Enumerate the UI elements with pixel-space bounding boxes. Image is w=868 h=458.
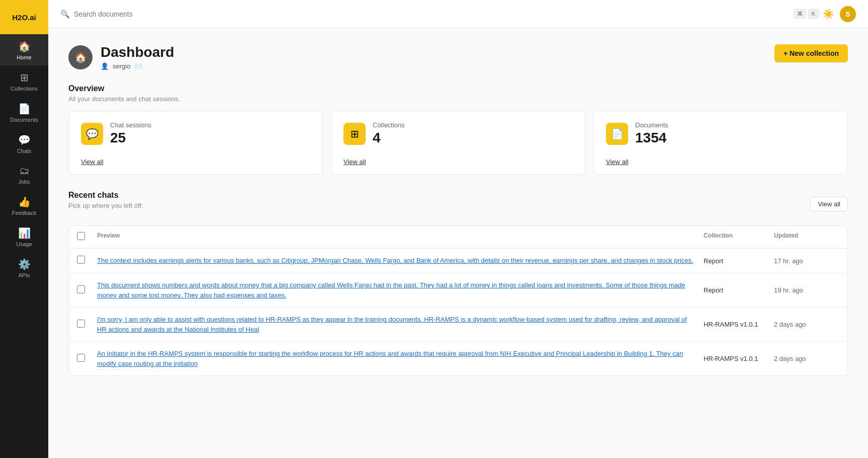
sidebar-item-home[interactable]: 🏠 Home [0, 34, 48, 65]
row-select-checkbox[interactable] [77, 256, 85, 264]
dashboard-header: 🏠 Dashboard 👤 sergio ✉️ + New collection [68, 44, 848, 70]
documents-icon: 📄 [18, 103, 31, 115]
row-checkbox-cell [77, 354, 97, 364]
select-all-checkbox[interactable] [77, 232, 85, 240]
chat-sessions-label: Chat sessions [110, 121, 151, 129]
keyboard-hints: ⌘ K [794, 9, 819, 19]
row-select-checkbox[interactable] [77, 285, 85, 293]
user-avatar[interactable]: S [840, 6, 856, 22]
collections-label: Collections [373, 121, 405, 129]
documents-value: 1354 [635, 130, 668, 146]
stat-label-block: Collections 4 [373, 121, 405, 146]
row-preview-text[interactable]: I'm sorry, I am only able to assist with… [97, 315, 704, 334]
overview-title: Overview [68, 84, 848, 93]
stats-row: 💬 Chat sessions 25 View all ⊞ Collection… [68, 111, 848, 175]
row-collection-name: Report [704, 286, 774, 294]
topbar: 🔍 ⌘ K ☀️ S [48, 0, 868, 28]
view-all-label: View all [818, 200, 840, 208]
recent-chats-subtitle: Pick up where you left off. [68, 202, 143, 209]
sidebar-item-jobs[interactable]: 🗂 Jobs [0, 159, 48, 190]
sidebar-item-label: Feedback [12, 210, 36, 216]
new-collection-button[interactable]: + New collection [774, 44, 848, 62]
sidebar-item-chats[interactable]: 💬 Chats [0, 128, 48, 159]
row-updated-time: 2 days ago [774, 355, 839, 362]
stat-card-collections: ⊞ Collections 4 View all [331, 111, 585, 175]
table-header: Preview Collection Updated [69, 226, 847, 249]
dashboard-meta: 👤 sergio ✉️ [101, 62, 174, 70]
col-header-collection: Collection [704, 232, 774, 242]
row-collection-name: HR-RAMPS v1.0.1 [704, 321, 774, 328]
dashboard-title-block: Dashboard 👤 sergio ✉️ [101, 44, 174, 70]
email-icon: ✉️ [134, 62, 142, 70]
sidebar-item-feedback[interactable]: 👍 Feedback [0, 190, 48, 221]
recent-chats-view-all-button[interactable]: View all [810, 197, 848, 211]
page-title: Dashboard [101, 44, 174, 60]
collections-icon: ⊞ [20, 71, 29, 84]
chat-sessions-icon: 💬 [81, 123, 103, 145]
logo-text: H2O.ai [12, 13, 36, 22]
dashboard-title-row: 🏠 Dashboard 👤 sergio ✉️ [68, 44, 174, 70]
jobs-icon: 🗂 [19, 165, 29, 177]
search-icon: 🔍 [60, 10, 70, 19]
row-preview-text[interactable]: An Initiator in the HR-RAMPS system is r… [97, 349, 704, 368]
table-row: The context includes earnings alerts for… [69, 249, 847, 273]
sidebar-item-apis[interactable]: ⚙️ APIs [0, 252, 48, 283]
row-updated-time: 2 days ago [774, 321, 839, 328]
row-updated-time: 19 hr. ago [774, 286, 839, 294]
stat-label-block: Chat sessions 25 [110, 121, 151, 146]
recent-chats-title-block: Recent chats Pick up where you left off. [68, 191, 143, 217]
documents-view-all[interactable]: View all [606, 158, 629, 166]
row-preview-text[interactable]: This document shows numbers and words ab… [97, 280, 704, 300]
chats-icon: 💬 [18, 134, 31, 146]
sidebar-item-usage[interactable]: 📊 Usage [0, 221, 48, 252]
stat-card-chats: 💬 Chat sessions 25 View all [68, 111, 323, 175]
row-preview-text[interactable]: The context includes earnings alerts for… [97, 256, 704, 266]
sidebar-item-label: Documents [10, 117, 38, 123]
row-checkbox-cell [77, 320, 97, 330]
sidebar-item-label: Home [17, 54, 31, 60]
recent-chats-header: Recent chats Pick up where you left off.… [68, 191, 848, 217]
stat-label-block: Documents 1354 [635, 121, 668, 146]
theme-toggle-icon[interactable]: ☀️ [823, 9, 834, 20]
col-header-updated: Updated [774, 232, 839, 242]
collections-view-all[interactable]: View all [343, 158, 366, 166]
collections-stat-icon: ⊞ [343, 123, 366, 145]
row-select-checkbox[interactable] [77, 354, 85, 362]
new-collection-label: + New collection [784, 49, 839, 57]
chat-sessions-view-all[interactable]: View all [81, 158, 104, 166]
header-checkbox-cell [77, 232, 97, 242]
row-checkbox-cell [77, 285, 97, 295]
collections-value: 4 [373, 130, 405, 146]
table-row: This document shows numbers and words ab… [69, 273, 847, 308]
documents-stat-icon: 📄 [606, 123, 628, 145]
content-area: 🏠 Dashboard 👤 sergio ✉️ + New collection… [48, 28, 868, 458]
table-row: An Initiator in the HR-RAMPS system is r… [69, 342, 847, 375]
sidebar-item-label: Chats [17, 148, 32, 154]
main-area: 🔍 ⌘ K ☀️ S 🏠 Dashboard 👤 sergio ✉️ [48, 0, 868, 458]
row-select-checkbox[interactable] [77, 320, 85, 328]
row-updated-time: 17 hr. ago [774, 257, 839, 265]
apis-icon: ⚙️ [18, 258, 31, 270]
search-input[interactable] [74, 10, 790, 18]
row-collection-name: HR-RAMPS v1.0.1 [704, 355, 774, 362]
chat-sessions-value: 25 [110, 130, 151, 146]
usage-icon: 📊 [18, 227, 31, 239]
sidebar-item-label: Jobs [18, 179, 30, 185]
sidebar-item-label: Usage [16, 241, 32, 247]
sidebar: H2O.ai 🏠 Home ⊞ Collections 📄 Documents … [0, 0, 48, 458]
logo[interactable]: H2O.ai [0, 0, 48, 34]
stat-icon-row: ⊞ Collections 4 [343, 121, 573, 146]
col-header-preview: Preview [97, 232, 704, 242]
feedback-icon: 👍 [18, 196, 31, 208]
stat-card-documents: 📄 Documents 1354 View all [593, 111, 848, 175]
dashboard-icon: 🏠 [68, 45, 93, 69]
stat-icon-row: 💬 Chat sessions 25 [81, 121, 310, 146]
sidebar-item-documents[interactable]: 📄 Documents [0, 97, 48, 128]
topbar-right: ☀️ S [823, 6, 856, 22]
chats-table: Preview Collection Updated The context i… [68, 225, 848, 376]
row-checkbox-cell [77, 256, 97, 266]
table-row: I'm sorry, I am only able to assist with… [69, 308, 847, 342]
user-icon: 👤 [101, 62, 109, 70]
recent-chats-title: Recent chats [68, 191, 143, 200]
sidebar-item-collections[interactable]: ⊞ Collections [0, 65, 48, 97]
